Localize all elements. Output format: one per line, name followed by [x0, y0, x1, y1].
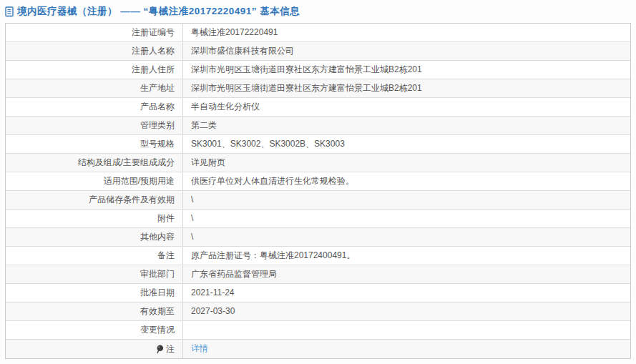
bulb-icon	[156, 345, 164, 354]
row-value: 2027-03-30	[183, 302, 630, 320]
detail-link[interactable]: 详情	[191, 343, 208, 353]
row-value: 深圳市盛信康科技有限公司	[183, 42, 630, 60]
row-label: 产品名称	[6, 98, 183, 116]
row-label: 变更情况	[6, 321, 183, 339]
row-label: 其他内容	[6, 228, 183, 246]
row-value: \	[183, 191, 630, 209]
row-value: SK3001、SK3002、SK3002B、SK3003	[183, 135, 630, 153]
row-value: 供医疗单位对人体血清进行生化常规检验。	[183, 172, 630, 190]
row-value: \	[183, 210, 630, 227]
row-value: 粤械注准20172220491	[183, 24, 630, 41]
row-label: 注册人住所	[6, 61, 183, 79]
row-label: 批准日期	[6, 284, 183, 302]
row-value: 第二类	[183, 117, 630, 134]
row-label: 管理类别	[6, 117, 183, 134]
row-value: 原产品注册证号：粤械注准20172400491。	[183, 247, 630, 265]
row-value: 详情	[183, 340, 630, 358]
table-row-product-name: 产品名称 半自动生化分析仪	[6, 98, 630, 117]
row-label: 备注	[6, 247, 183, 265]
table-row-production-address: 生产地址 深圳市光明区玉塘街道田寮社区东方建富怡景工业城B2栋201	[6, 79, 630, 98]
page: 境内医疗器械（注册） —— “粤械注准20172220491” 基本信息 注册证…	[0, 0, 636, 364]
page-title: 境内医疗器械（注册） —— “粤械注准20172220491” 基本信息	[17, 5, 300, 18]
row-value: 2021-11-24	[183, 284, 630, 302]
row-label: 有效期至	[6, 302, 183, 320]
row-label: 注册人名称	[6, 42, 183, 60]
table-row-attachment: 附件 \	[6, 210, 630, 228]
table-row-change-status: 变更情况	[6, 321, 630, 340]
page-header: 境内医疗器械（注册） —— “粤械注准20172220491” 基本信息	[0, 0, 636, 23]
row-label: 生产地址	[6, 79, 183, 97]
row-label: 适用范围/预期用途	[6, 172, 183, 190]
table-row-approval-date: 批准日期 2021-11-24	[6, 284, 630, 302]
row-value: \	[183, 228, 630, 246]
row-value: 详见附页	[183, 154, 630, 172]
row-label: 型号规格	[6, 135, 183, 153]
row-label: 注册证编号	[6, 24, 183, 41]
row-value: 广东省药品监督管理局	[183, 265, 630, 283]
table-row-management-class: 管理类别 第二类	[6, 117, 630, 135]
table-row-intended-use: 适用范围/预期用途 供医疗单位对人体血清进行生化常规检验。	[6, 172, 630, 191]
row-value	[183, 321, 630, 339]
table-row-reg-number: 注册证编号 粤械注准20172220491	[6, 24, 630, 42]
row-label: 附件	[6, 210, 183, 227]
info-table: 注册证编号 粤械注准20172220491 注册人名称 深圳市盛信康科技有限公司…	[5, 23, 631, 359]
table-row-storage-validity: 产品储存条件及有效期 \	[6, 191, 630, 210]
table-row-other-content: 其他内容 \	[6, 228, 630, 247]
table-row-note: 注 详情	[6, 340, 630, 358]
row-label-text: 注	[166, 340, 175, 358]
table-row-model-spec: 型号规格 SK3001、SK3002、SK3002B、SK3003	[6, 135, 630, 154]
table-row-structure-composition: 结构及组成/主要组成成分 详见附页	[6, 154, 630, 172]
row-value: 深圳市光明区玉塘街道田寮社区东方建富怡景工业城B2栋201	[183, 79, 630, 97]
table-row-valid-until: 有效期至 2027-03-30	[6, 302, 630, 321]
table-row-registrant-name: 注册人名称 深圳市盛信康科技有限公司	[6, 42, 630, 61]
row-value: 深圳市光明区玉塘街道田寮社区东方建富怡景工业城B2栋201	[183, 61, 630, 79]
table-row-approval-department: 审批部门 广东省药品监督管理局	[6, 265, 630, 284]
document-icon	[5, 6, 14, 17]
row-value: 半自动生化分析仪	[183, 98, 630, 116]
row-label: 产品储存条件及有效期	[6, 191, 183, 209]
row-label: 注	[6, 340, 183, 358]
row-label: 结构及组成/主要组成成分	[6, 154, 183, 172]
row-label: 审批部门	[6, 265, 183, 283]
table-row-remarks: 备注 原产品注册证号：粤械注准20172400491。	[6, 247, 630, 265]
table-row-registrant-address: 注册人住所 深圳市光明区玉塘街道田寮社区东方建富怡景工业城B2栋201	[6, 61, 630, 79]
